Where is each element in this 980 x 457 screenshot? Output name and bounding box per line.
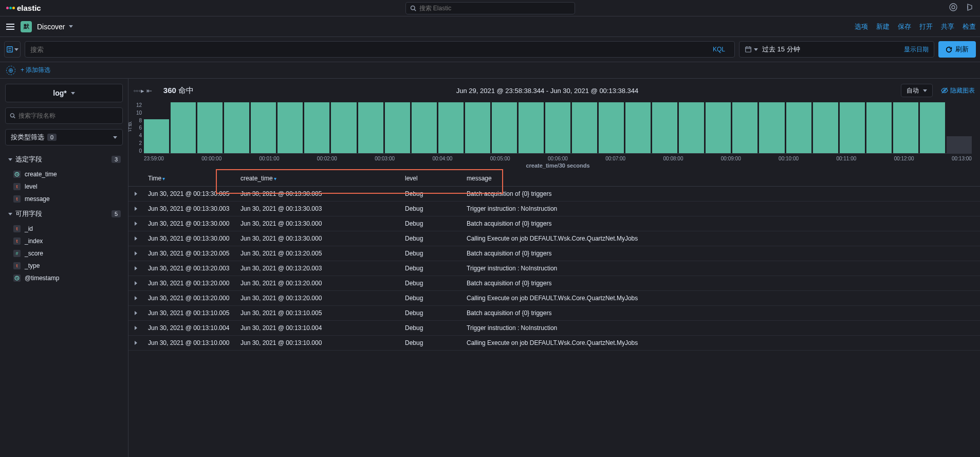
cell-time: Jun 30, 2021 @ 00:13:30.005 — [143, 187, 235, 202]
add-filter-link[interactable]: + 添加筛选 — [21, 66, 50, 75]
histogram-bar[interactable] — [732, 102, 757, 153]
expand-row-icon[interactable] — [128, 216, 143, 231]
column-header-Time[interactable]: Time▾ — [143, 171, 235, 187]
histogram-bar[interactable] — [465, 102, 490, 153]
histogram-bar[interactable] — [947, 136, 972, 153]
saved-query-dropdown[interactable] — [4, 41, 21, 58]
field-item-level[interactable]: tlevel — [5, 180, 123, 193]
field-item-_score[interactable]: #_score — [5, 247, 123, 260]
nav-link-共享[interactable]: 共享 — [941, 22, 954, 31]
nav-link-打开[interactable]: 打开 — [919, 22, 933, 31]
hide-chart-link[interactable]: 隐藏图表 — [941, 86, 975, 95]
date-picker[interactable]: 过去 15 分钟 显示日期 — [739, 41, 934, 58]
histogram-bar[interactable] — [652, 102, 677, 153]
refresh-button[interactable]: 刷新 — [938, 41, 976, 58]
expand-row-icon[interactable] — [128, 231, 143, 246]
histogram-bar[interactable] — [438, 102, 464, 153]
expand-row-icon[interactable] — [128, 246, 143, 261]
menu-toggle-icon[interactable] — [4, 21, 16, 33]
column-header-message[interactable]: message — [461, 171, 980, 187]
query-input[interactable] — [30, 46, 709, 53]
histogram-bar[interactable] — [412, 102, 437, 153]
expand-sidebar-icon[interactable]: ⇤ — [146, 87, 152, 95]
global-search[interactable] — [405, 2, 575, 14]
expand-row-icon[interactable] — [128, 276, 143, 291]
query-input-wrap[interactable]: KQL — [25, 41, 735, 58]
histogram-bar[interactable] — [224, 102, 249, 153]
histogram-bar[interactable] — [144, 119, 169, 153]
nav-link-检查[interactable]: 检查 — [963, 22, 976, 31]
histogram-bar[interactable] — [304, 102, 329, 153]
field-item-create_time[interactable]: create_time — [5, 168, 123, 180]
histogram-bar[interactable] — [840, 102, 865, 153]
space-badge[interactable]: 默 — [21, 21, 32, 32]
histogram-bar[interactable] — [759, 102, 784, 153]
expand-row-icon[interactable] — [128, 306, 143, 321]
histogram-bar[interactable] — [679, 102, 704, 153]
cell-level: Debug — [400, 202, 461, 216]
nav-link-选项[interactable]: 选项 — [855, 22, 868, 31]
nav-link-保存[interactable]: 保存 — [898, 22, 911, 31]
histogram-bar[interactable] — [625, 102, 651, 153]
histogram-bar[interactable] — [331, 102, 356, 153]
column-header-create_time[interactable]: create_time▾ — [235, 171, 400, 187]
histogram-bar[interactable] — [197, 102, 223, 153]
filter-options-icon[interactable]: ⊕ — [6, 66, 15, 75]
column-header-level[interactable]: level — [400, 171, 461, 187]
expand-row-icon[interactable] — [128, 187, 143, 202]
field-search[interactable] — [5, 107, 123, 124]
histogram-bar[interactable] — [492, 102, 517, 153]
histogram-bar[interactable] — [813, 102, 838, 153]
chevron-down-icon — [69, 25, 73, 28]
help-icon[interactable] — [949, 3, 957, 13]
svg-line-1 — [414, 9, 416, 11]
svg-point-14 — [10, 114, 14, 117]
field-item-@timestamp[interactable]: @timestamp — [5, 272, 123, 284]
cell-create_time: Jun 30, 2021 @ 00:13:20.000 — [235, 276, 400, 291]
type-filter[interactable]: 按类型筛选 0 — [5, 129, 123, 145]
expand-row-icon[interactable] — [128, 291, 143, 306]
histogram-bar[interactable] — [706, 102, 731, 153]
histogram-bar[interactable] — [599, 102, 624, 153]
histogram-bar[interactable] — [519, 102, 544, 153]
field-item-_index[interactable]: t_index — [5, 235, 123, 247]
histogram-chart[interactable]: 计数 121086420 23:59:0000:00:0000:01:0000:… — [128, 102, 980, 171]
field-item-message[interactable]: tmessage — [5, 193, 123, 205]
expand-row-icon[interactable] — [128, 261, 143, 276]
global-search-input[interactable] — [419, 5, 570, 12]
cell-level: Debug — [400, 336, 461, 351]
index-pattern-select[interactable]: log* — [5, 84, 123, 102]
collapse-sidebar-icon[interactable]: ◦◦◦▸ — [134, 87, 144, 95]
expand-row-icon[interactable] — [128, 321, 143, 336]
field-item-_type[interactable]: t_type — [5, 260, 123, 272]
cell-time: Jun 30, 2021 @ 00:13:10.004 — [143, 321, 235, 336]
histogram-bar[interactable] — [572, 102, 597, 153]
histogram-bar[interactable] — [786, 102, 811, 153]
histogram-bar[interactable] — [358, 102, 383, 153]
histogram-bar[interactable] — [920, 102, 945, 153]
app-title[interactable]: Discover — [37, 23, 73, 31]
nav-link-新建[interactable]: 新建 — [876, 22, 890, 31]
show-dates-link[interactable]: 显示日期 — [904, 45, 929, 54]
field-item-_id[interactable]: t_id — [5, 223, 123, 235]
kql-toggle[interactable]: KQL — [709, 46, 729, 53]
histogram-bar[interactable] — [385, 102, 410, 153]
interval-select[interactable]: 自动 — [901, 84, 933, 97]
clock-icon — [13, 171, 21, 178]
content-area: ◦◦◦▸ ⇤ 360 命中 Jun 29, 2021 @ 23:58:38.34… — [128, 79, 980, 457]
histogram-bar[interactable] — [545, 102, 570, 153]
histogram-bar[interactable] — [866, 102, 892, 153]
histogram-bar[interactable] — [893, 102, 918, 153]
histogram-bar[interactable] — [171, 102, 196, 153]
histogram-bar[interactable] — [251, 102, 276, 153]
table-row: Jun 30, 2021 @ 00:13:30.003Jun 30, 2021 … — [128, 202, 980, 216]
text-type-icon: t — [13, 237, 21, 245]
available-fields-header[interactable]: 可用字段 5 — [5, 205, 123, 223]
expand-row-icon[interactable] — [128, 336, 143, 351]
expand-row-icon[interactable] — [128, 202, 143, 216]
histogram-bar[interactable] — [278, 102, 303, 153]
newsfeed-icon[interactable] — [966, 3, 974, 13]
field-search-input[interactable] — [19, 112, 118, 119]
selected-fields-header[interactable]: 选定字段 3 — [5, 151, 123, 168]
filter-bar: ⊕ + 添加筛选 — [0, 62, 980, 79]
